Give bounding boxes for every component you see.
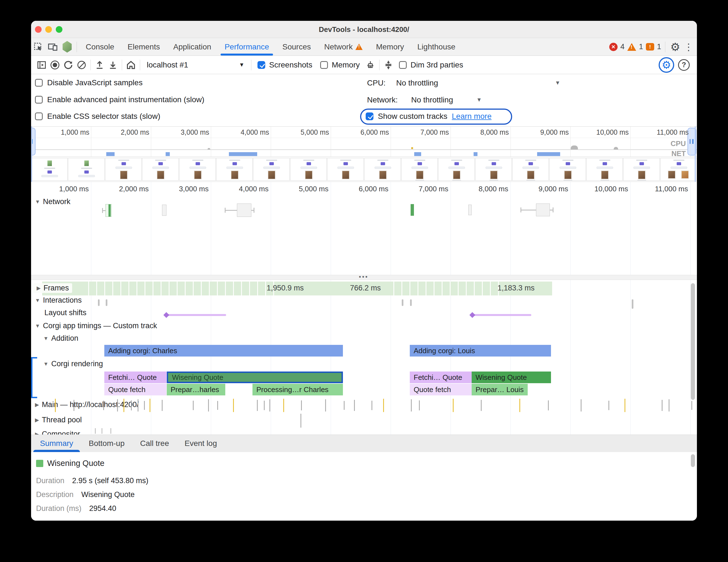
screenshot-thumbnail[interactable]	[216, 158, 253, 181]
custom-track-bar[interactable]: Prepar…harles	[167, 384, 225, 395]
custom-track-bar[interactable]: Adding corgi: Louis	[410, 345, 551, 357]
compositor-track-header[interactable]: ▶ Compositor	[35, 430, 80, 435]
network-track-area[interactable]: ▼ Network 1,000 ms2,000 ms3,000 ms4,000 …	[31, 182, 697, 275]
layout-shift-diamond[interactable]	[163, 312, 169, 318]
network-request[interactable]	[468, 205, 472, 215]
chevron-down-icon[interactable]: ▼	[476, 97, 482, 103]
network-request[interactable]	[105, 204, 112, 217]
upload-profile-icon[interactable]	[93, 58, 106, 72]
angular-devtools-icon[interactable]	[60, 40, 74, 54]
errors-count[interactable]: 4	[620, 42, 625, 51]
toggle-sidebar-icon[interactable]	[35, 58, 48, 72]
tab-memory[interactable]: Memory	[369, 38, 411, 56]
screenshot-thumbnail[interactable]	[364, 158, 401, 181]
screenshot-thumbnail[interactable]	[401, 158, 438, 181]
corgi-rendering-group-header[interactable]: ▼ Corgi rendering	[43, 360, 103, 368]
network-request[interactable]	[237, 203, 251, 217]
tab-performance[interactable]: Performance	[218, 38, 275, 56]
errors-icon[interactable]: ✕	[609, 43, 618, 51]
pane-resize-handle[interactable]: •••	[31, 275, 697, 280]
summary-scrollbar-thumb[interactable]	[691, 454, 695, 467]
advanced-paint-checkbox[interactable]: Enable advanced paint instrumentation (s…	[35, 95, 204, 104]
screenshot-thumbnail[interactable]	[142, 158, 179, 181]
screenshot-thumbnail[interactable]	[586, 158, 623, 181]
tab-network[interactable]: Network	[317, 38, 369, 56]
overview-left-handle-strip[interactable]	[31, 126, 32, 182]
issues-icon[interactable]: !	[646, 43, 654, 51]
frames-track-header[interactable]: ▶ Frames	[33, 283, 72, 293]
custom-track-bar[interactable]: Fetchi… Quote	[410, 372, 472, 383]
device-toolbar-icon[interactable]	[45, 40, 60, 54]
tab-elements[interactable]: Elements	[121, 38, 167, 56]
interaction-mark[interactable]	[98, 299, 100, 306]
download-profile-icon[interactable]	[106, 58, 120, 72]
screenshot-thumbnail[interactable]	[475, 158, 512, 181]
cpu-throttle-select[interactable]: No throttling	[396, 79, 438, 87]
custom-track-bar[interactable]: Fetchi… Quote	[104, 372, 166, 383]
layout-shifts-track-header[interactable]: Layout shifts	[44, 309, 87, 317]
custom-track-bar-selected[interactable]: Wisening Quote	[167, 372, 343, 383]
screenshot-thumbnail[interactable]	[105, 158, 142, 181]
css-selector-stats-checkbox[interactable]: Enable CSS selector stats (slow)	[35, 112, 160, 121]
inspect-element-icon[interactable]	[31, 40, 45, 54]
shrink-timeline-icon[interactable]	[382, 58, 395, 72]
layout-shift-line[interactable]	[166, 314, 226, 316]
flame-chart-area[interactable]: ▼ Interactions Layout shifts ▼ Corgi app…	[31, 280, 697, 435]
screenshot-thumbnail[interactable]	[327, 158, 364, 181]
screenshot-thumbnail[interactable]	[290, 158, 327, 181]
issues-count[interactable]: 1	[657, 42, 661, 51]
addition-group-header[interactable]: ▼ Addition	[43, 334, 78, 343]
tab-sources[interactable]: Sources	[276, 38, 318, 56]
capture-settings-gear-icon[interactable]: ⚙	[659, 57, 674, 73]
help-icon[interactable]: ?	[678, 59, 690, 71]
collect-garbage-icon[interactable]	[364, 58, 377, 72]
dim-third-parties-checkbox[interactable]: Dim 3rd parties	[399, 60, 463, 69]
tab-console[interactable]: Console	[79, 38, 121, 56]
tab-application[interactable]: Application	[166, 38, 218, 56]
details-tab-bottom-up[interactable]: Bottom-up	[81, 435, 132, 452]
disable-js-samples-checkbox[interactable]: Disable JavaScript samples	[35, 78, 143, 87]
reload-and-record-icon[interactable]	[62, 58, 75, 72]
screenshot-thumbnail[interactable]	[253, 158, 290, 181]
warnings-icon[interactable]	[627, 43, 636, 51]
interaction-mark[interactable]	[402, 299, 403, 306]
screenshot-thumbnail[interactable]	[438, 158, 475, 181]
flame-scrollbar-thumb[interactable]	[691, 283, 695, 400]
screenshot-thumbnail[interactable]	[31, 158, 68, 181]
tab-lighthouse[interactable]: Lighthouse	[411, 38, 462, 56]
screenshot-thumbnail[interactable]	[179, 158, 216, 181]
record-icon[interactable]	[48, 58, 62, 72]
timeline-overview[interactable]: CPU NET II II 1,000 ms2,000 ms3,000 ms4,…	[31, 126, 697, 157]
screenshot-thumbnail[interactable]	[623, 158, 660, 181]
chevron-down-icon[interactable]: ▼	[555, 80, 560, 86]
layout-shift-diamond[interactable]	[469, 312, 475, 318]
interactions-track-header[interactable]: ▼ Interactions	[35, 296, 82, 305]
learn-more-link[interactable]: Learn more	[452, 112, 492, 121]
home-icon[interactable]	[124, 58, 138, 72]
warnings-count[interactable]: 1	[639, 42, 643, 51]
overview-right-handle-strip[interactable]	[695, 126, 696, 182]
custom-track-bar[interactable]: Prepar… Louis	[472, 384, 528, 395]
screenshot-thumbnail[interactable]	[512, 158, 549, 181]
details-tab-summary[interactable]: Summary	[32, 435, 81, 452]
interaction-mark[interactable]	[632, 299, 633, 309]
devtools-settings-gear-icon[interactable]: ⚙	[668, 39, 683, 55]
details-tab-call-tree[interactable]: Call tree	[132, 435, 177, 452]
network-throttle-select[interactable]: No throttling	[411, 95, 453, 104]
network-request[interactable]	[162, 205, 166, 216]
network-track-header[interactable]: ▼ Network	[35, 197, 70, 206]
custom-track-bar[interactable]: Adding corgi: Charles	[104, 345, 343, 357]
custom-track-bar[interactable]: Wisening Quote	[472, 372, 551, 383]
layout-shift-line[interactable]	[472, 314, 531, 316]
custom-track-bar[interactable]: Processing…r Charles	[252, 384, 343, 395]
network-request[interactable]	[536, 203, 550, 216]
screenshots-checkbox[interactable]: Screenshots	[257, 60, 312, 69]
show-custom-tracks-checkbox[interactable]: Show custom tracks Learn more	[366, 112, 492, 121]
custom-track-bar[interactable]: Quote fetch	[410, 384, 472, 395]
thread-pool-track-header[interactable]: ▶ Thread pool	[35, 416, 82, 424]
kebab-menu-icon[interactable]: ⋮	[683, 39, 694, 55]
history-select[interactable]: localhost #1 ▼	[144, 60, 247, 69]
custom-track-header[interactable]: ▼ Corgi app timings — Custom track	[35, 322, 157, 330]
screenshot-thumbnail[interactable]	[660, 158, 697, 181]
screenshot-thumbnail[interactable]	[549, 158, 586, 181]
